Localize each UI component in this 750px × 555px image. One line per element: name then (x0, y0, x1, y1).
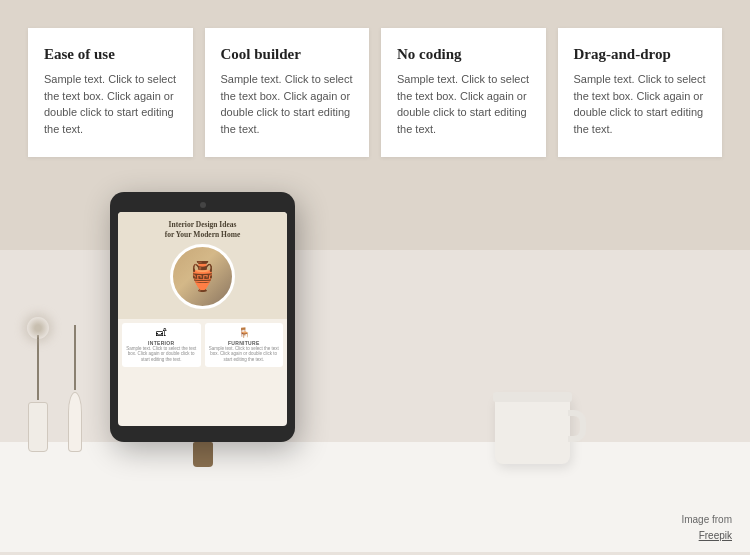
card-4-text: Sample text. Click to select the text bo… (574, 71, 707, 137)
interior-icon: 🛋 (125, 327, 198, 338)
card-2-text: Sample text. Click to select the text bo… (221, 71, 354, 137)
card-4-title: Drag-and-drop (574, 46, 707, 63)
mug-rim (493, 392, 572, 402)
vase-icon: 🏺 (185, 260, 220, 293)
furniture-text: Sample text. Click to select the text bo… (208, 346, 281, 364)
screen-card-furniture: 🪑 FURNITURE Sample text. Click to select… (205, 323, 284, 368)
cards-row: Ease of use Sample text. Click to select… (0, 0, 750, 177)
card-2-title: Cool builder (221, 46, 354, 63)
card-3-title: No coding (397, 46, 530, 63)
dandelion-head (27, 317, 49, 339)
vase-left (28, 335, 48, 452)
tablet-camera (200, 202, 206, 208)
card-3-text: Sample text. Click to select the text bo… (397, 71, 530, 137)
mug-wrapper (495, 396, 570, 464)
vase-body-right (68, 392, 82, 452)
tablet-stand (193, 442, 213, 467)
card-no-coding: No coding Sample text. Click to select t… (381, 28, 546, 157)
vase-right (68, 325, 82, 452)
main-area: Interior Design Ideasfor Your Modern Hom… (0, 177, 750, 552)
screen-title: Interior Design Ideasfor Your Modern Hom… (124, 220, 281, 240)
dandelion-decoration (27, 317, 49, 339)
card-1-title: Ease of use (44, 46, 177, 63)
freepik-link[interactable]: Freepik (699, 530, 732, 541)
vase-stem-right (74, 325, 76, 390)
card-ease-of-use: Ease of use Sample text. Click to select… (28, 28, 193, 157)
furniture-icon: 🪑 (208, 327, 281, 338)
tablet-device: Interior Design Ideasfor Your Modern Hom… (110, 192, 295, 442)
card-drag-drop: Drag-and-drop Sample text. Click to sele… (558, 28, 723, 157)
coffee-mug (495, 396, 570, 464)
tablet-screen: Interior Design Ideasfor Your Modern Hom… (118, 212, 287, 426)
interior-text: Sample text. Click to select the text bo… (125, 346, 198, 364)
card-cool-builder: Cool builder Sample text. Click to selec… (205, 28, 370, 157)
screen-header: Interior Design Ideasfor Your Modern Hom… (118, 212, 287, 319)
attribution-label: Image from (681, 514, 732, 525)
screen-card-interior: 🛋 INTERIOR Sample text. Click to select … (122, 323, 201, 368)
mug-handle (568, 410, 586, 442)
vase-stem (37, 335, 39, 400)
screen-hero-image: 🏺 (170, 244, 235, 309)
screen-bottom-cards: 🛋 INTERIOR Sample text. Click to select … (118, 319, 287, 372)
attribution: Image from Freepik (681, 514, 732, 543)
vase-body-left (28, 402, 48, 452)
card-1-text: Sample text. Click to select the text bo… (44, 71, 177, 137)
tablet-wrapper: Interior Design Ideasfor Your Modern Hom… (110, 192, 295, 467)
